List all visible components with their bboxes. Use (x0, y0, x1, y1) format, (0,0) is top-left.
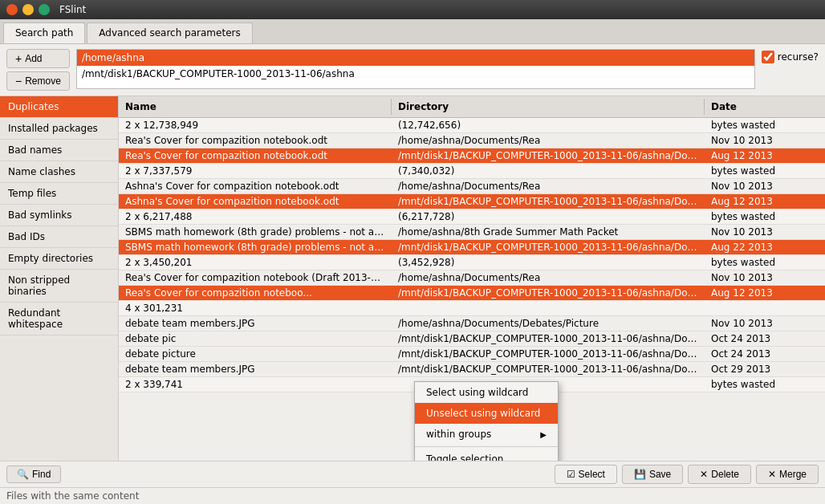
maximize-button[interactable] (39, 4, 50, 15)
table-cell: (6,217,728) (392, 209, 705, 224)
sidebar-item-duplicates[interactable]: Duplicates (0, 96, 118, 118)
add-button[interactable]: + Add (6, 49, 70, 68)
table-cell: Nov 10 2013 (705, 133, 825, 148)
table-cell: /mnt/disk1/BACKUP_COMPUTER-1000_2013-11-… (392, 148, 705, 163)
table-row[interactable]: Ashna's Cover for compazition notebook.o… (119, 179, 825, 194)
select-button[interactable]: ☑ Select (555, 465, 617, 484)
remove-button[interactable]: − Remove (6, 71, 70, 91)
table-row[interactable]: debate picture/mnt/disk1/BACKUP_COMPUTER… (119, 347, 825, 362)
table-cell: Oct 24 2013 (705, 331, 825, 346)
table-cell: Nov 10 2013 (705, 225, 825, 239)
select-icon: ☑ (567, 469, 575, 480)
table-row[interactable]: Rea's Cover for compazition noteboo.../m… (119, 286, 825, 301)
sidebar-item-bad-symlinks[interactable]: Bad symlinks (0, 205, 118, 226)
select-label: Select (579, 469, 605, 480)
table-cell: debate picture (119, 347, 392, 361)
sidebar-item-bad-names[interactable]: Bad names (0, 140, 118, 161)
ctx-unselect-wildcard[interactable]: Unselect using wildcard (415, 403, 558, 424)
path-item[interactable]: /home/ashna (77, 50, 754, 66)
delete-label: Delete (711, 469, 739, 480)
table-row[interactable]: debate team members.JPG/mnt/disk1/BACKUP… (119, 362, 825, 377)
table-cell: Nov 10 2013 (705, 316, 825, 331)
titlebar: FSlint (0, 0, 825, 19)
table-row[interactable]: debate team members.JPG/home/ashna/Docum… (119, 316, 825, 331)
tab-advanced[interactable]: Advanced search parameters (87, 22, 252, 43)
table-cell: Ashna's Cover for compazition notebook.o… (119, 194, 392, 209)
window-title: FSlint (59, 4, 86, 15)
table-row[interactable]: Ashna's Cover for compazition notebook.o… (119, 194, 825, 209)
table-row[interactable]: 2 x 12,738,949(12,742,656)bytes wasted (119, 118, 825, 133)
table-cell: Aug 22 2013 (705, 240, 825, 254)
table-cell (392, 301, 705, 315)
table-row[interactable]: SBMS math homework (8th grade) problems … (119, 240, 825, 255)
table-cell: Nov 10 2013 (705, 270, 825, 285)
ctx-select-wildcard-label: Select using wildcard (426, 387, 528, 398)
table-cell: Rea's Cover for compazition noteboo... (119, 286, 392, 300)
ctx-within-groups[interactable]: within groups ▶ (415, 424, 558, 445)
table-cell: /mnt/disk1/BACKUP_COMPUTER-1000_2013-11-… (392, 347, 705, 361)
col-date: Date (705, 99, 825, 115)
table-row[interactable]: 2 x 7,337,579(7,340,032)bytes wasted (119, 164, 825, 179)
tab-bar: Search path Advanced search parameters (0, 19, 825, 44)
sidebar-item-name-clashes[interactable]: Name clashes (0, 161, 118, 183)
search-path-area: + Add − Remove /home/ashna /mnt/disk1/BA… (0, 44, 825, 96)
content-area: Duplicates Installed packages Bad names … (0, 96, 825, 461)
delete-button[interactable]: ✕ Delete (688, 465, 751, 484)
table-row[interactable]: Rea's Cover for compazition notebook.odt… (119, 133, 825, 148)
sidebar-item-bad-ids[interactable]: Bad IDs (0, 226, 118, 248)
table-cell: 2 x 12,738,949 (119, 118, 392, 132)
save-button[interactable]: 💾 Save (622, 465, 683, 484)
minimize-button[interactable] (22, 4, 34, 15)
table-cell: /home/ashna/Documents/Rea (392, 133, 705, 148)
table-cell: (7,340,032) (392, 164, 705, 178)
table-row[interactable]: Rea's Cover for compazition notebook (Dr… (119, 270, 825, 286)
table-cell: /home/ashna/Documents/Rea (392, 270, 705, 285)
table-cell: Nov 10 2013 (705, 179, 825, 193)
table-row[interactable]: debate pic/mnt/disk1/BACKUP_COMPUTER-100… (119, 331, 825, 347)
table-cell: Aug 12 2013 (705, 148, 825, 163)
table-cell: /home/ashna/Documents/Debates/Picture (392, 316, 705, 331)
status-text: Files with the same content (6, 490, 139, 502)
sidebar-item-installed-packages[interactable]: Installed packages (0, 118, 118, 140)
table-cell: Rea's Cover for compazition notebook.odt (119, 148, 392, 163)
table-row[interactable]: 2 x 6,217,488(6,217,728)bytes wasted (119, 209, 825, 225)
table-row[interactable]: SBMS math homework (8th grade) problems … (119, 225, 825, 240)
recurse-checkbox[interactable] (762, 51, 774, 63)
tab-search-path[interactable]: Search path (3, 22, 85, 43)
table-header: Name Directory Date (119, 96, 825, 118)
table-row[interactable]: Rea's Cover for compazition notebook.odt… (119, 148, 825, 164)
col-name: Name (119, 99, 392, 115)
table-cell: bytes wasted (705, 377, 825, 392)
main-container: Search path Advanced search parameters +… (0, 19, 825, 504)
sidebar-item-redundant[interactable]: Redundant whitespace (0, 303, 118, 335)
table-cell: SBMS math homework (8th grade) problems … (119, 225, 392, 239)
table-cell: /home/ashna/8th Grade Summer Math Packet (392, 225, 705, 239)
table-cell: Ashna's Cover for compazition notebook.o… (119, 179, 392, 193)
save-icon: 💾 (634, 469, 646, 480)
path-item[interactable]: /mnt/disk1/BACKUP_COMPUTER-1000_2013-11-… (77, 66, 754, 82)
path-list: /home/ashna /mnt/disk1/BACKUP_COMPUTER-1… (76, 49, 755, 89)
table-cell: (3,452,928) (392, 255, 705, 270)
close-button[interactable] (6, 4, 18, 15)
add-icon: + (15, 52, 22, 65)
table-cell: debate team members.JPG (119, 316, 392, 331)
table-cell (705, 301, 825, 315)
ctx-toggle-selection[interactable]: Toggle selection (415, 449, 558, 461)
table-cell: bytes wasted (705, 209, 825, 224)
remove-icon: − (15, 75, 22, 87)
sidebar-item-temp-files[interactable]: Temp files (0, 183, 118, 205)
table-row[interactable]: 2 x 3,450,201(3,452,928)bytes wasted (119, 255, 825, 270)
recurse-area: recurse? (762, 49, 819, 63)
table-row[interactable]: 4 x 301,231 (119, 301, 825, 316)
col-directory: Directory (392, 99, 705, 115)
find-button[interactable]: 🔍 Find (6, 465, 61, 483)
ctx-select-wildcard[interactable]: Select using wildcard (415, 382, 558, 403)
ctx-within-groups-label: within groups (426, 429, 491, 440)
sidebar-item-non-stripped[interactable]: Non stripped binaries (0, 270, 118, 303)
add-label: Add (25, 53, 42, 64)
sidebar-item-empty-directories[interactable]: Empty directories (0, 248, 118, 270)
submenu-arrow-icon: ▶ (540, 430, 547, 439)
table-cell: SBMS math homework (8th grade) problems … (119, 240, 392, 254)
merge-button[interactable]: ✕ Merge (756, 465, 819, 484)
table-cell: debate pic (119, 331, 392, 346)
